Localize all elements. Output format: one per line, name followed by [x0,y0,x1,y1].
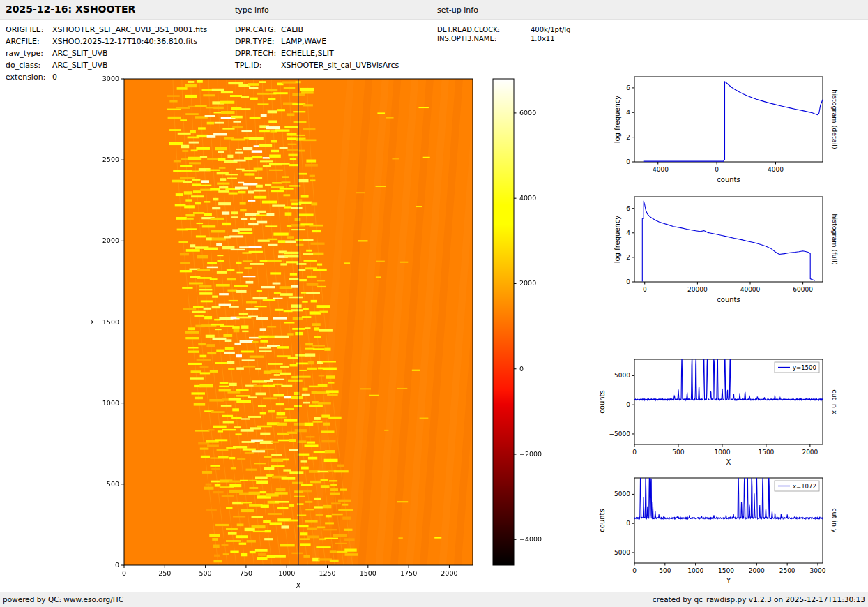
field-label: TPL.ID: [235,61,281,73]
svg-text:2000: 2000 [749,567,765,574]
svg-text:0: 0 [626,158,630,165]
header-bar: 2025-12-16: XSHOOTER type info set-up in… [0,0,868,20]
axes-frame [634,77,823,162]
svg-text:60000: 60000 [793,286,813,293]
field-value: ARC_SLIT_UVB [52,61,108,73]
type-info-row: DPR.TECH:ECHELLE,SLIT [235,49,399,61]
field-value: XSHOOTER_slt_cal_UVBVisArcs [281,61,399,73]
svg-text:−4000: −4000 [519,535,542,543]
svg-text:−2000: −2000 [519,450,542,458]
setup-info-heading: set-up info [437,6,478,15]
svg-text:4000: 4000 [768,166,784,173]
x-axis-label: X [296,582,301,590]
svg-text:0: 0 [122,569,126,577]
svg-text:−5000: −5000 [609,549,631,556]
svg-text:2500: 2500 [779,567,795,574]
field-label: ARCFILE: [6,37,52,49]
legend-label: y=1500 [793,364,816,371]
svg-text:5000: 5000 [614,490,630,497]
svg-text:6000: 6000 [519,109,536,117]
colorbar-axes: 6000400020000−2000−4000 [492,75,550,572]
svg-text:0: 0 [632,567,637,574]
x-axis-label: X [726,458,731,466]
cut_in_y-svg: 050010001500200025003000−500005000Ycount… [588,470,852,588]
svg-text:−5000: −5000 [609,430,631,437]
svg-text:5000: 5000 [614,372,630,379]
svg-text:2000: 2000 [519,279,536,287]
histogram-full-plot: 02000040000600000246countslog frequencyh… [588,188,852,307]
svg-text:0: 0 [643,286,647,293]
svg-text:2000: 2000 [802,449,818,456]
svg-text:0: 0 [519,365,524,373]
file-info-row: ORIGFILE:XSHOOTER_SLT_ARC_UVB_351_0001.f… [6,25,207,37]
svg-text:2000: 2000 [441,569,457,577]
field-label: DPR.TYPE: [235,37,281,49]
svg-text:3000: 3000 [810,567,826,574]
svg-text:1000: 1000 [102,399,119,407]
page-title: 2025-12-16: XSHOOTER [6,3,135,15]
footer-left-text: powered by QC: www.eso.org/HC [3,595,123,604]
svg-text:2: 2 [626,254,630,261]
svg-text:1000: 1000 [278,569,295,577]
svg-text:0: 0 [626,278,630,285]
y-axis-label: Y [90,320,98,325]
side-label: histogram (detail) [831,89,839,149]
svg-text:4000: 4000 [519,194,536,202]
field-value: 400k/1pt/lg [531,26,570,35]
file-info-row: do_class:ARC_SLIT_UVB [6,61,207,73]
cut_in_x-svg: 0500100015002000−500005000Xcountscut in … [588,351,852,470]
y-axis-label: log frequency [614,216,621,264]
svg-text:1500: 1500 [758,449,774,456]
field-value: ECHELLE,SLIT [281,49,334,61]
setup-info-row: INS.OPTI3.NAME:1.0x11 [437,35,570,44]
histogram_full-svg: 02000040000600000246countslog frequencyh… [588,188,852,307]
setup-info-row: DET.READ.CLOCK:400k/1pt/lg [437,26,570,35]
svg-text:500: 500 [107,480,119,488]
side-label: cut in y [831,508,839,533]
svg-text:1000: 1000 [714,449,730,456]
legend-label: x=1072 [793,483,816,490]
y-axis-label: log frequency [614,96,621,144]
field-label: DPR.CATG: [235,25,281,37]
svg-text:750: 750 [240,569,252,577]
svg-text:250: 250 [158,569,171,577]
x-axis-label: counts [717,176,740,183]
field-label: ORIGFILE: [6,25,52,37]
cut-in-x-plot: 0500100015002000−500005000Xcountscut in … [588,351,852,470]
svg-text:20000: 20000 [687,286,708,293]
side-label: histogram (full) [831,213,839,264]
svg-text:500: 500 [199,569,212,577]
file-info-block: ORIGFILE:XSHOOTER_SLT_ARC_UVB_351_0001.f… [6,25,207,84]
field-label: DPR.TECH: [235,49,281,61]
field-label: DET.READ.CLOCK: [437,26,531,35]
histogram_detail-svg: −4000040000246countslog frequencyhistogr… [588,68,852,187]
svg-text:1500: 1500 [102,318,119,326]
field-label: do_class: [6,61,52,73]
svg-text:1750: 1750 [400,569,417,577]
svg-text:0: 0 [626,520,630,527]
x-axis-label: counts [717,296,740,304]
svg-text:1000: 1000 [687,567,703,574]
field-value: XSHOOTER_SLT_ARC_UVB_351_0001.fits [52,25,207,37]
raw-frame-canvas [124,79,473,565]
footer-right-text: created by qc_rawdisp.py v1.2.3 on 2025-… [653,595,865,604]
field-value: 1.0x11 [531,35,555,44]
svg-text:0: 0 [632,449,637,456]
side-label: cut in x [831,389,839,414]
svg-text:1500: 1500 [718,567,734,574]
field-value: ARC_SLIT_UVB [52,49,108,61]
field-label: raw_type: [6,49,52,61]
svg-text:40000: 40000 [740,286,761,293]
file-info-row: raw_type:ARC_SLIT_UVB [6,49,207,61]
field-label: extension: [6,73,52,84]
type-info-row: DPR.TYPE:LAMP,WAVE [235,37,399,49]
footer-bar: powered by QC: www.eso.org/HC created by… [0,592,868,607]
setup-info-block: DET.READ.CLOCK:400k/1pt/lg INS.OPTI3.NAM… [437,26,570,44]
svg-text:4: 4 [626,109,630,116]
axes-frame [634,197,823,282]
type-info-row: TPL.ID:XSHOOTER_slt_cal_UVBVisArcs [235,61,399,73]
svg-text:2: 2 [626,134,630,141]
type-info-block: DPR.CATG:CALIB DPR.TYPE:LAMP,WAVE DPR.TE… [235,25,399,73]
svg-text:1250: 1250 [319,569,335,577]
field-value: LAMP,WAVE [281,37,326,49]
